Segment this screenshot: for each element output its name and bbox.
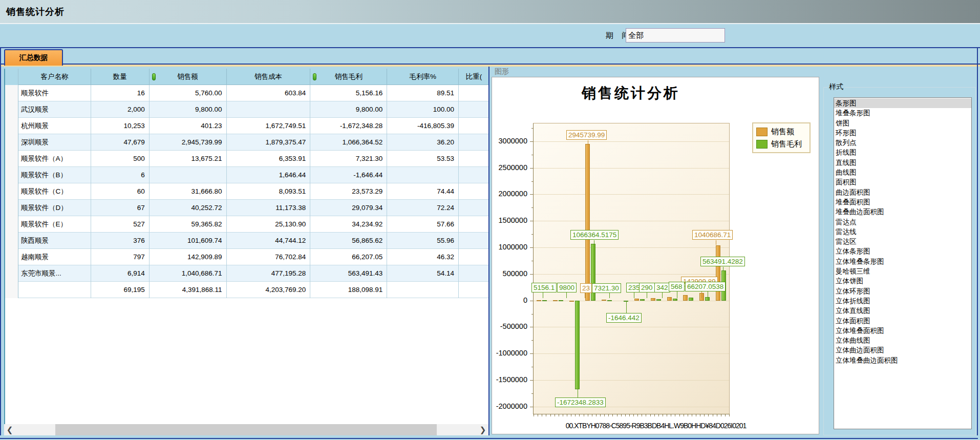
table-cell: 25,130.90	[227, 216, 311, 233]
style-list-item[interactable]: 曼哈顿三维	[834, 266, 971, 276]
legend-label: 销售额	[771, 127, 794, 137]
annotation-leader	[588, 140, 588, 144]
table-cell	[459, 216, 489, 233]
style-list-item[interactable]: 雷达线	[834, 227, 971, 237]
table-cell: 10,253	[91, 118, 150, 134]
summary-table[interactable]: 客户名称数量销售额销售成本销售毛利毛利率%比重(顺景软件165,760.0060…	[4, 69, 489, 435]
x-axis-tick	[642, 414, 642, 416]
style-list-item[interactable]: 曲边面积图	[834, 187, 971, 197]
table-cell: 9,800.00	[150, 101, 227, 118]
table-cell: 29,079.34	[310, 200, 387, 216]
table-row[interactable]: 东莞市顺景...6,9141,040,686.71477,195.28563,4…	[5, 265, 489, 282]
table-cell: 东莞市顺景...	[18, 265, 91, 282]
gridline	[534, 168, 729, 169]
x-axis-tick	[704, 414, 705, 416]
x-axis-tick	[629, 414, 630, 416]
y-axis-label: 0	[491, 296, 527, 304]
column-header[interactable]: 销售成本	[227, 69, 311, 85]
table-cell: 7,321.30	[310, 151, 387, 167]
data-label: 1040686.71	[692, 230, 733, 240]
gridline	[534, 194, 729, 195]
table-cell: 6	[91, 167, 150, 183]
annotation-leader	[716, 240, 716, 245]
table-cell: 72.24	[387, 200, 459, 216]
table-cell: -1,646.44	[310, 167, 387, 183]
annotation-leader	[594, 240, 594, 244]
table-row[interactable]: 顺景软件（E）52759,365.8225,130.9034,234.9257.…	[5, 216, 489, 233]
style-list-item[interactable]: 雷达点	[834, 217, 971, 227]
table-row[interactable]: 杭州顺景10,253401.231,672,749.51-1,672,348.2…	[5, 118, 489, 134]
table-cell: 76,702.84	[227, 249, 311, 265]
app-window: 销售统计分析 期 间 汇总数据 客户名称数量销售额销售成本销售毛利毛利率%比重(…	[0, 0, 980, 440]
table-row[interactable]: 顺景软件（A）50013,675.216,353.917,321.3053.53	[5, 151, 489, 167]
bar-销售毛利	[640, 299, 645, 300]
style-list-item[interactable]: 立体曲线图	[834, 336, 971, 345]
column-header[interactable]: 比重(	[459, 69, 489, 85]
style-list-item[interactable]: 立体堆叠曲边面积图	[834, 355, 971, 365]
style-list-item[interactable]: 雷达区	[834, 237, 971, 246]
table-row[interactable]: 顺景软件（B）61,646.44-1,646.44	[5, 167, 489, 183]
table-cell: 6,914	[91, 265, 150, 282]
data-label: 7321.30	[592, 283, 621, 293]
table-row[interactable]: 顺景软件165,760.00603.845,156.1689.51	[5, 85, 489, 101]
column-header[interactable]: 销售额	[150, 69, 227, 85]
y-axis-minor-tick	[531, 367, 534, 367]
chart-style-list[interactable]: 条形图堆叠条形图饼图环形图散列点折线图直线图曲线图面积图曲边面积图堆叠面积图堆叠…	[834, 97, 972, 429]
bar-销售毛利	[673, 299, 677, 301]
table-row[interactable]: 顺景软件（C）6031,666.808,093.5123,573.2974.44	[5, 183, 489, 200]
style-list-item[interactable]: 立体曲边面积图	[834, 345, 971, 355]
style-list-item[interactable]: 条形图	[834, 98, 971, 108]
horizontal-scrollbar[interactable]: ❮ ❯	[4, 424, 488, 435]
column-header[interactable]: 客户名称	[18, 69, 91, 85]
style-list-item[interactable]: 环形图	[834, 128, 971, 138]
data-label: 568	[669, 282, 685, 291]
table-row[interactable]: 69,1954,391,868.114,203,769.20188,098.91	[5, 282, 489, 298]
x-axis-tick	[588, 414, 588, 416]
scroll-right-icon[interactable]: ❯	[477, 424, 488, 435]
table-row[interactable]: 武汉顺景2,0009,800.009,800.00100.00	[5, 101, 489, 118]
style-list-item[interactable]: 立体堆叠条形图	[834, 257, 971, 266]
tab-summary-data[interactable]: 汇总数据	[4, 49, 63, 66]
style-list-item[interactable]: 堆叠面积图	[834, 197, 971, 207]
style-list-item[interactable]: 立体直线图	[834, 306, 971, 316]
x-axis-tick	[550, 414, 551, 416]
style-list-item[interactable]: 立体条形图	[834, 246, 971, 256]
bar-销售毛利	[575, 301, 580, 389]
style-list-item[interactable]: 折线图	[834, 148, 971, 157]
table-header-row: 客户名称数量销售额销售成本销售毛利毛利率%比重(	[5, 69, 489, 85]
style-list-item[interactable]: 直线图	[834, 158, 971, 167]
style-list-item[interactable]: 立体环形图	[834, 286, 971, 296]
style-list-item[interactable]: 堆叠曲边面积图	[834, 207, 971, 217]
style-list-item[interactable]: 立体面积图	[834, 316, 971, 326]
column-header[interactable]: 销售毛利	[310, 69, 387, 85]
table-cell: 1,040,686.71	[150, 265, 227, 282]
table-cell: 8,093.51	[227, 183, 311, 200]
y-axis-label: 500000	[491, 269, 527, 278]
style-list-item[interactable]: 面积图	[834, 177, 971, 187]
table-row[interactable]: 顺景软件（D）6740,252.7211,173.3829,079.3472.2…	[5, 200, 489, 216]
style-list-item[interactable]: 堆叠条形图	[834, 108, 971, 118]
row-indicator	[5, 265, 18, 282]
period-input[interactable]	[626, 28, 725, 43]
table-row[interactable]: 深圳顺景47,6792,945,739.991,879,375.471,066,…	[5, 134, 489, 151]
scroll-left-icon[interactable]: ❮	[4, 424, 15, 435]
style-list-item[interactable]: 立体饼图	[834, 276, 971, 286]
legend-entry: 销售毛利	[756, 138, 806, 150]
table-cell: 36.20	[387, 134, 459, 151]
column-header[interactable]: 数量	[91, 69, 150, 85]
y-axis-label: 1500000	[491, 216, 527, 224]
table-row[interactable]: 越南顺景797142,909.8976,702.8466,207.0546.32	[5, 249, 489, 265]
column-header[interactable]: 毛利率%	[387, 69, 459, 85]
table-cell: 69,195	[91, 282, 150, 298]
table-row[interactable]: 陕西顺景376101,609.7444,744.1256,865.6255.96	[5, 233, 489, 249]
style-list-item[interactable]: 立体折线图	[834, 296, 971, 306]
table-cell: 55.96	[387, 233, 459, 249]
data-label: 9800	[557, 283, 577, 292]
style-list-item[interactable]: 立体堆叠面积图	[834, 326, 971, 336]
style-list-item[interactable]: 饼图	[834, 118, 971, 128]
x-axis-tick	[608, 414, 609, 416]
legend-swatch-icon	[756, 140, 768, 149]
style-list-item[interactable]: 曲线图	[834, 167, 971, 177]
style-list-item[interactable]: 散列点	[834, 138, 971, 148]
scrollbar-thumb[interactable]	[55, 424, 437, 435]
